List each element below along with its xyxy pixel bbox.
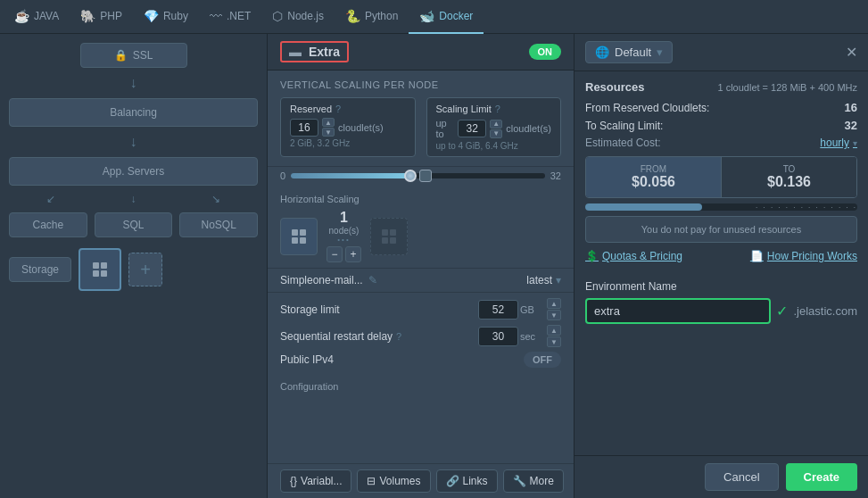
tab-nodejs[interactable]: ⬡ Node.js bbox=[261, 0, 335, 34]
reserved-cloudlets-value: 16 bbox=[845, 101, 857, 114]
slider-fill bbox=[291, 173, 410, 178]
storage-down-btn[interactable]: ▼ bbox=[547, 310, 561, 320]
image-version[interactable]: latest ▾ bbox=[526, 274, 561, 286]
scaling-limit-spinner[interactable]: ▲ ▼ bbox=[490, 120, 502, 138]
slider-track[interactable] bbox=[291, 173, 545, 178]
slider-thumb-limit[interactable] bbox=[419, 170, 432, 182]
cancel-button[interactable]: Cancel bbox=[705, 463, 778, 491]
how-pricing-link[interactable]: 📄 How Pricing Works bbox=[750, 250, 857, 262]
edit-icon[interactable]: ✎ bbox=[368, 274, 377, 286]
node-icon-left[interactable] bbox=[280, 218, 318, 255]
add-node-button[interactable]: + bbox=[128, 253, 162, 286]
slider-max: 32 bbox=[550, 170, 561, 181]
node-icon-right[interactable] bbox=[370, 218, 408, 255]
region-select[interactable]: 🌐 Default ▾ bbox=[585, 41, 673, 63]
tab-net[interactable]: 〰 .NET bbox=[199, 0, 261, 34]
reserved-spinner[interactable]: ▲ ▼ bbox=[322, 118, 335, 137]
reserved-down-btn[interactable]: ▼ bbox=[322, 128, 335, 137]
restart-delay-input[interactable] bbox=[478, 327, 518, 346]
restart-spinner[interactable]: ▲ ▼ bbox=[547, 325, 561, 347]
nosql-button[interactable]: NoSQL bbox=[179, 212, 258, 237]
close-button[interactable]: ✕ bbox=[846, 44, 857, 61]
scaling-up-btn[interactable]: ▲ bbox=[490, 120, 502, 129]
price-to-label: TO bbox=[731, 164, 847, 174]
volumes-button[interactable]: ⊟ Volumes bbox=[357, 469, 430, 493]
node-plus-button[interactable]: + bbox=[345, 246, 361, 262]
arrow-down-icon: ↓ bbox=[9, 75, 258, 91]
reserved-title: Reserved ? bbox=[290, 104, 406, 114]
reserved-input[interactable] bbox=[290, 119, 318, 137]
scaling-limit-row: To Scaling Limit: 32 bbox=[585, 119, 857, 132]
more-button[interactable]: 🔧 More bbox=[503, 469, 564, 493]
pricing-links: 💲 Quotas & Pricing 📄 How Pricing Works bbox=[585, 250, 857, 262]
scaling-info-icon[interactable]: ? bbox=[495, 104, 500, 114]
image-row: Simpleone-mail... ✎ latest ▾ bbox=[268, 269, 574, 293]
restart-info-icon[interactable]: ? bbox=[396, 331, 401, 342]
ipv4-label: Public IPv4 bbox=[280, 353, 334, 366]
scaling-limit-title: Scaling Limit ? bbox=[436, 104, 552, 114]
cost-period-selector[interactable]: hourly ▾ bbox=[820, 137, 857, 149]
create-button[interactable]: Create bbox=[786, 463, 857, 491]
storage-button[interactable]: Storage bbox=[9, 257, 71, 282]
env-name-input[interactable] bbox=[585, 298, 771, 324]
main-container: 🔒 SSL ↓ Balancing ↓ App. Servers ↙ ↓ ↘ C… bbox=[0, 34, 868, 498]
quotas-pricing-link[interactable]: 💲 Quotas & Pricing bbox=[585, 250, 682, 262]
extra-toggle[interactable]: ON bbox=[529, 44, 562, 60]
ssl-button[interactable]: 🔒 SSL bbox=[80, 43, 187, 68]
dollar-icon: 💲 bbox=[585, 250, 599, 262]
tab-docker[interactable]: 🐋 Docker bbox=[409, 0, 484, 34]
scaling-down-btn[interactable]: ▼ bbox=[490, 129, 502, 138]
tab-php[interactable]: 🐘 PHP bbox=[70, 0, 133, 34]
price-from-label: FROM bbox=[595, 164, 712, 174]
docker-node-icon[interactable] bbox=[79, 248, 121, 291]
ipv4-toggle[interactable]: OFF bbox=[524, 352, 561, 368]
price-boxes: FROM $0.056 TO $0.136 bbox=[585, 156, 857, 198]
reserved-cloudlets-label: From Reserved Cloudlets: bbox=[585, 102, 709, 114]
sql-button[interactable]: SQL bbox=[95, 212, 173, 237]
variables-icon: {} bbox=[290, 475, 297, 487]
app-servers-button[interactable]: App. Servers bbox=[9, 157, 258, 186]
right-panel: 🌐 Default ▾ ✕ Resources 1 cloudlet = 128… bbox=[574, 34, 868, 498]
bottom-nodes: Cache SQL NoSQL bbox=[9, 212, 258, 237]
java-icon: ☕ bbox=[14, 9, 29, 23]
cache-button[interactable]: Cache bbox=[9, 212, 87, 237]
tab-python[interactable]: 🐍 Python bbox=[335, 0, 409, 34]
scaling-limit-right-label: To Scaling Limit: bbox=[585, 120, 663, 132]
reserved-up-btn[interactable]: ▲ bbox=[322, 118, 335, 127]
storage-limit-input[interactable] bbox=[478, 300, 518, 320]
estimated-cost-label: Estimated Cost: bbox=[585, 137, 661, 149]
slider-min: 0 bbox=[280, 170, 285, 181]
slider-thumb-reserved[interactable] bbox=[404, 170, 417, 182]
scaling-limit-desc: up to 4 GiB, 6.4 GHz bbox=[436, 141, 552, 151]
links-button[interactable]: 🔗 Links bbox=[436, 469, 498, 493]
tab-java[interactable]: ☕ JAVA bbox=[4, 0, 70, 34]
storage-spinner[interactable]: ▲ ▼ bbox=[547, 298, 561, 320]
horiz-title: Horizontal Scaling bbox=[280, 194, 561, 204]
storage-limit-input-row: GB ▲ ▼ bbox=[478, 298, 561, 320]
balancing-button[interactable]: Balancing bbox=[9, 98, 258, 127]
image-name: Simpleone-mail... ✎ bbox=[280, 274, 377, 286]
tab-ruby[interactable]: 💎 Ruby bbox=[133, 0, 199, 34]
chevron-down-icon: ▾ bbox=[556, 274, 561, 286]
arrow-down-icon-3: ↓ bbox=[130, 193, 136, 205]
node-label: node(s) bbox=[329, 226, 360, 236]
storage-up-btn[interactable]: ▲ bbox=[547, 298, 561, 309]
reserved-info-icon[interactable]: ? bbox=[335, 104, 341, 114]
variables-button[interactable]: {} Variabl... bbox=[280, 469, 351, 493]
progress-dots-icon: · · · · · · · · · · · · · · bbox=[756, 203, 857, 212]
scaling-boxes: Reserved ? ▲ ▼ cloudlet(s) 2 GiB, 3.2 GH… bbox=[280, 97, 561, 157]
horizontal-scaling-section: Horizontal Scaling 1 node(s) ••• − bbox=[268, 188, 574, 269]
arrow-left-icon: ↙ bbox=[46, 193, 55, 205]
price-from-box: FROM $0.056 bbox=[586, 157, 721, 197]
restart-up-btn[interactable]: ▲ bbox=[547, 325, 561, 336]
left-panel: 🔒 SSL ↓ Balancing ↓ App. Servers ↙ ↓ ↘ C… bbox=[0, 34, 268, 498]
node-count-area: 1 node(s) ••• − + bbox=[327, 210, 361, 262]
doc-icon: 📄 bbox=[750, 250, 764, 262]
node-minus-button[interactable]: − bbox=[327, 246, 343, 262]
net-icon: 〰 bbox=[210, 9, 222, 23]
scaling-limit-input-row: up to ▲ ▼ cloudlet(s) bbox=[436, 118, 552, 139]
vertical-scaling-section: Vertical Scaling per Node Reserved ? ▲ ▼… bbox=[268, 71, 574, 167]
restart-down-btn[interactable]: ▼ bbox=[547, 336, 561, 347]
config-section: Storage limit GB ▲ ▼ Sequential restart … bbox=[268, 293, 574, 378]
scaling-limit-input[interactable] bbox=[458, 120, 486, 137]
